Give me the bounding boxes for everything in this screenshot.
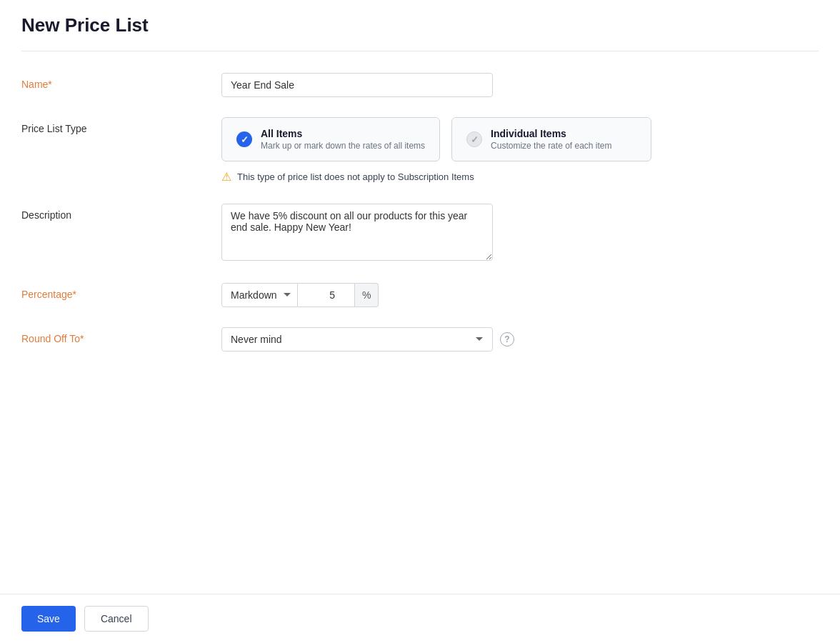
round-off-field-wrapper: Never mind 0.01 0.1 1 10 100 ? xyxy=(221,327,819,352)
description-field-wrapper: We have 5% discount on all our products … xyxy=(221,204,819,263)
warning-row: ⚠ This type of price list does not apply… xyxy=(221,170,819,184)
name-input[interactable] xyxy=(221,73,493,97)
percentage-controls: Markdown Markup % xyxy=(221,283,819,307)
save-button[interactable]: Save xyxy=(21,606,76,632)
price-list-type-row: Price List Type ✓ All Items Mark up or m… xyxy=(21,117,819,184)
individual-items-check-icon: ✓ xyxy=(466,131,482,147)
percentage-label: Percentage* xyxy=(21,283,221,300)
percentage-input[interactable] xyxy=(298,283,355,307)
divider xyxy=(21,51,819,51)
name-field-wrapper xyxy=(221,73,819,97)
price-list-type-label: Price List Type xyxy=(21,117,221,134)
name-row: Name* xyxy=(21,73,819,97)
round-off-dropdown[interactable]: Never mind 0.01 0.1 1 10 100 xyxy=(221,327,493,352)
description-input[interactable]: We have 5% discount on all our products … xyxy=(221,204,493,261)
name-label: Name* xyxy=(21,73,221,90)
type-options-group: ✓ All Items Mark up or mark down the rat… xyxy=(221,117,819,161)
all-items-desc: Mark up or mark down the rates of all it… xyxy=(261,141,425,151)
percentage-symbol: % xyxy=(355,283,379,307)
round-off-label: Round Off To* xyxy=(21,327,221,344)
description-label: Description xyxy=(21,204,221,221)
warning-text: This type of price list does not apply t… xyxy=(237,171,474,182)
cancel-button[interactable]: Cancel xyxy=(84,606,149,632)
page-title: New Price List xyxy=(21,14,819,36)
round-off-controls: Never mind 0.01 0.1 1 10 100 ? xyxy=(221,327,819,352)
type-option-individual-items[interactable]: ✓ Individual Items Customize the rate of… xyxy=(451,117,651,161)
round-off-row: Round Off To* Never mind 0.01 0.1 1 10 1… xyxy=(21,327,819,352)
individual-items-title: Individual Items xyxy=(491,128,611,139)
individual-items-desc: Customize the rate of each item xyxy=(491,141,611,151)
footer-bar: Save Cancel xyxy=(0,594,840,643)
price-list-type-content: ✓ All Items Mark up or mark down the rat… xyxy=(221,117,819,184)
all-items-check-icon: ✓ xyxy=(236,131,252,147)
all-items-title: All Items xyxy=(261,128,425,139)
description-row: Description We have 5% discount on all o… xyxy=(21,204,819,263)
type-option-all-items[interactable]: ✓ All Items Mark up or mark down the rat… xyxy=(221,117,440,161)
round-off-help-icon[interactable]: ? xyxy=(500,332,514,347)
markdown-dropdown[interactable]: Markdown Markup xyxy=(221,283,298,307)
percentage-field-wrapper: Markdown Markup % xyxy=(221,283,819,307)
warning-icon: ⚠ xyxy=(221,170,231,184)
percentage-row: Percentage* Markdown Markup % xyxy=(21,283,819,307)
